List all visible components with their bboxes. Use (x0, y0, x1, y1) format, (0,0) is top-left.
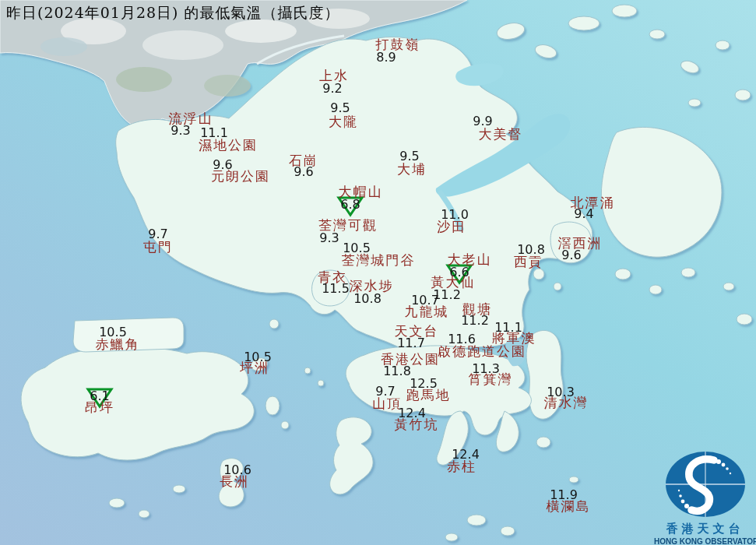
station-name: 打鼓嶺 (376, 38, 420, 51)
station-name: 流浮山 (169, 112, 213, 125)
hko-logo: 香港天文台 HONG KONG OBSERVATORY (654, 450, 756, 545)
station-name: 赤柱 (447, 460, 476, 473)
station-name: 石崗 (289, 154, 318, 167)
station-name: 大帽山 (339, 185, 383, 199)
station-name: 屯門 (143, 241, 173, 254)
station-name: 大美督 (479, 128, 523, 141)
station-name: 啟德跑道公園 (438, 345, 526, 358)
station-name: 青衣 (318, 271, 347, 284)
station-temperature-value: 9.6 (561, 249, 581, 262)
station-name: 橫瀾島 (547, 500, 591, 513)
station-temperature-value: 11.8 (383, 365, 411, 378)
station-name: 大老山 (448, 253, 492, 266)
station-name: 觀塘 (462, 303, 492, 316)
station-name: 長洲 (220, 475, 249, 488)
station-name: 清水灣 (544, 396, 589, 410)
station-temperature-value: 9.3 (171, 125, 190, 137)
station-name: 坪洲 (240, 361, 269, 374)
hko-logo-chinese: 香港天文台 (654, 522, 756, 536)
station-name: 荃灣可觀 (318, 219, 378, 232)
station-temperature-value: 11.7 (397, 337, 425, 350)
station-name: 昂坪 (85, 401, 114, 414)
station-name: 濕地公園 (199, 139, 258, 152)
station-temperature-value: 10.8 (353, 293, 382, 305)
station-name: 黃竹坑 (395, 418, 439, 431)
station-name: 北潭涌 (571, 196, 615, 209)
station-name: 荃灣城門谷 (342, 254, 416, 267)
station-temperature-value: 9.3 (319, 232, 339, 244)
station-name: 九龍城 (405, 305, 449, 318)
station-name: 西貢 (514, 255, 543, 269)
station-name: 深水埗 (350, 280, 394, 293)
station-name: 香港公園 (381, 353, 440, 366)
hko-logo-english: HONG KONG OBSERVATORY (654, 537, 756, 545)
station-name: 筲箕灣 (469, 373, 513, 386)
station-name: 元朗公園 (211, 170, 270, 183)
station-name: 跑馬地 (406, 389, 451, 402)
station-name: 黃大仙 (431, 276, 476, 289)
station-name: 滘西洲 (558, 237, 603, 250)
station-name: 沙田 (437, 220, 466, 234)
station-name: 大隴 (329, 115, 358, 128)
station-name: 天文台 (395, 325, 439, 338)
station-temperature-value: 9.2 (322, 83, 342, 95)
station-name: 赤鱲角 (96, 338, 140, 351)
station-temperature-value: 6.8 (340, 199, 360, 211)
station-name: 上水 (319, 69, 349, 83)
min-temperature-map: 昨日(2024年01月28日) 的最低氣溫（攝氏度） 8.9打鼓嶺9.2上水9.… (0, 0, 756, 545)
hko-logo-icon (663, 450, 748, 520)
station-temperature-value: 8.9 (376, 51, 396, 64)
station-name: 大埔 (397, 163, 427, 176)
stations-layer: 8.9打鼓嶺9.2上水9.5大隴9.9大美督9.3流浮山11.1濕地公園9.6元… (0, 0, 756, 545)
